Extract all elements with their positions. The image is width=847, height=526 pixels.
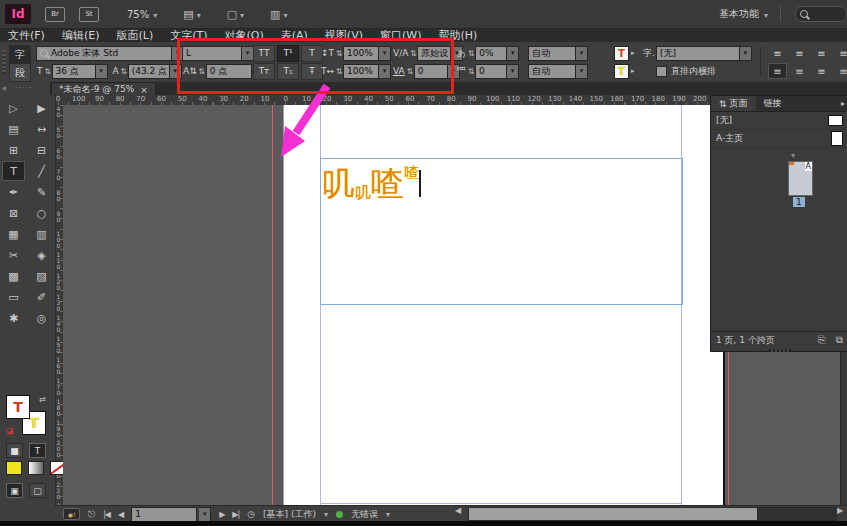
align-center-button[interactable] bbox=[790, 45, 809, 61]
grid-count-field[interactable]: 0 bbox=[475, 64, 507, 79]
note-tool[interactable]: ▭ bbox=[2, 287, 25, 307]
first-page-button[interactable]: |◀ bbox=[103, 510, 110, 519]
workspace-switcher[interactable]: 基本功能 bbox=[719, 7, 768, 21]
justify-all-button[interactable] bbox=[834, 63, 847, 79]
subscript-button[interactable]: T₁ bbox=[277, 63, 299, 80]
justify-center-button[interactable] bbox=[790, 63, 809, 79]
vertical-scale-stepper[interactable] bbox=[335, 49, 343, 58]
horizontal-grid-tool[interactable]: ▦ bbox=[2, 224, 25, 244]
grid-count-dropdown[interactable] bbox=[507, 64, 519, 79]
font-size-field[interactable]: 36 点 bbox=[52, 64, 96, 79]
document-tab[interactable]: *未命名-9 @ 75% × bbox=[51, 82, 156, 96]
tracking-stepper[interactable] bbox=[406, 67, 414, 76]
leading-dropdown[interactable] bbox=[170, 64, 182, 79]
proportional-spacing-stepper[interactable] bbox=[467, 49, 475, 58]
horizontal-scale-dropdown[interactable] bbox=[379, 64, 391, 79]
scroll-right-arrow[interactable]: ▶ bbox=[837, 506, 843, 515]
baseline-shift-field[interactable]: 0 点 bbox=[206, 64, 252, 79]
leading-field[interactable]: (43.2 点 bbox=[128, 64, 170, 79]
default-fill-stroke-icon[interactable]: ◪ bbox=[6, 426, 14, 435]
flyout-arrow-icon[interactable]: ▸ bbox=[631, 67, 635, 75]
vertical-scale-dropdown[interactable] bbox=[379, 46, 391, 61]
close-icon[interactable]: × bbox=[140, 85, 148, 95]
tab-links[interactable]: 链接 bbox=[756, 96, 790, 111]
horizontal-scrollbar-thumb[interactable] bbox=[468, 507, 759, 521]
horizontal-scale-field[interactable]: 100% bbox=[343, 64, 379, 79]
gap-tool[interactable]: ↔ bbox=[30, 119, 53, 139]
tracking-field[interactable]: 0 bbox=[414, 64, 448, 79]
kerning-field[interactable]: 原始设 bbox=[417, 46, 451, 61]
next-page-button[interactable]: ▶ bbox=[219, 510, 224, 519]
type-tool[interactable]: T bbox=[2, 161, 25, 181]
rectangle-frame-tool[interactable]: ⊠ bbox=[2, 203, 25, 223]
text-frame-content[interactable]: 叽叽喳喳 bbox=[322, 162, 421, 207]
paragraph-formatting-button[interactable]: 段 bbox=[9, 63, 31, 82]
master-none-row[interactable]: [无] bbox=[711, 112, 847, 130]
character-formatting-button[interactable]: 字 bbox=[9, 45, 31, 64]
grid-count-stepper[interactable] bbox=[467, 67, 475, 76]
font-family-field[interactable]: Adobe 宋体 Std bbox=[36, 46, 172, 61]
ellipse-tool[interactable]: ○ bbox=[30, 203, 53, 223]
tab-pages[interactable]: ⇅ 页面 bbox=[711, 96, 756, 111]
character-style-field[interactable]: [无] bbox=[656, 46, 740, 61]
page-thumbnail[interactable]: A bbox=[788, 161, 813, 196]
bridge-button[interactable]: Br bbox=[45, 7, 65, 22]
scissors-tool[interactable]: ✂ bbox=[2, 245, 25, 265]
menu-item-L[interactable]: 版面(L) bbox=[116, 28, 153, 43]
menu-item-E[interactable]: 编辑(E) bbox=[62, 28, 100, 43]
small-caps-button[interactable]: Tᴛ bbox=[253, 63, 275, 80]
normal-view-mode-button[interactable]: ▣ bbox=[6, 483, 23, 498]
align-right-button[interactable] bbox=[812, 45, 831, 61]
edit-page-size-icon[interactable]: ⎘ bbox=[818, 334, 826, 346]
character-fill-color-button[interactable]: T bbox=[614, 46, 629, 61]
free-transform-tool[interactable]: ◈ bbox=[30, 245, 53, 265]
align-left-button[interactable] bbox=[768, 45, 787, 61]
toolbar-header[interactable]: « ····· bbox=[0, 82, 50, 95]
character-style-dropdown[interactable] bbox=[740, 46, 752, 61]
page-number-field[interactable]: 1 bbox=[131, 507, 197, 522]
horizontal-scrollbar-track[interactable] bbox=[757, 507, 837, 521]
font-size-stepper[interactable] bbox=[44, 67, 52, 76]
kinsoku-field[interactable]: 自动 bbox=[528, 46, 576, 61]
justify-left-button[interactable] bbox=[768, 63, 787, 79]
justify-right-button[interactable] bbox=[812, 63, 831, 79]
new-page-icon[interactable]: ⧉ bbox=[836, 334, 843, 346]
menu-item-W[interactable]: 窗口(W) bbox=[380, 28, 421, 43]
flyout-arrow-icon[interactable]: ▸ bbox=[631, 49, 635, 57]
page-tool[interactable]: ▤ bbox=[2, 119, 25, 139]
preview-mode-button[interactable]: ▢ bbox=[29, 483, 46, 498]
leading-stepper[interactable] bbox=[120, 67, 128, 76]
stock-button[interactable]: St bbox=[79, 7, 99, 22]
line-tool[interactable]: ╱ bbox=[30, 161, 53, 181]
page-number-dropdown[interactable] bbox=[199, 507, 211, 522]
pages-list[interactable]: ▾ A 1 bbox=[711, 148, 847, 332]
align-justify-left-button[interactable] bbox=[834, 45, 847, 61]
page-number-label[interactable]: 1 bbox=[793, 197, 805, 207]
pencil-tool[interactable]: ✎ bbox=[30, 182, 53, 202]
formatting-affects-container-button[interactable]: ■ bbox=[6, 443, 23, 458]
panel-grip[interactable] bbox=[2, 50, 6, 74]
last-page-button[interactable]: ▶| bbox=[232, 510, 239, 519]
kerning-stepper[interactable] bbox=[409, 49, 417, 58]
screen-mode-dropdown[interactable]: ▢ bbox=[227, 8, 244, 21]
preflight-clock-icon[interactable]: ◷ bbox=[247, 509, 255, 519]
horizontal-scale-stepper[interactable] bbox=[335, 67, 343, 76]
measure-tool[interactable]: ✐ bbox=[30, 287, 53, 307]
menu-item-A[interactable]: 表(A) bbox=[281, 28, 308, 43]
menu-item-T[interactable]: 文字(T) bbox=[170, 28, 207, 43]
zoom-tool[interactable]: ◎ bbox=[30, 308, 53, 328]
swap-fill-stroke-icon[interactable]: ⇄ bbox=[39, 395, 46, 404]
chevron-down-icon[interactable] bbox=[324, 510, 328, 519]
master-a-row[interactable]: A-主页 bbox=[711, 130, 847, 148]
gradient-swatch-tool[interactable]: ▩ bbox=[2, 266, 25, 286]
spread-caret-icon[interactable]: ▾ bbox=[791, 151, 795, 160]
vertical-scale-field[interactable]: 100% bbox=[343, 46, 379, 61]
kinsoku-dropdown[interactable] bbox=[576, 46, 588, 61]
scroll-left-arrow[interactable]: ◀ bbox=[455, 506, 461, 515]
direct-selection-tool[interactable]: ▶ bbox=[30, 98, 53, 118]
previous-page-button[interactable]: ◀ bbox=[118, 510, 123, 519]
mojikumi-field[interactable]: 自动 bbox=[528, 64, 576, 79]
character-stroke-color-button[interactable]: T bbox=[614, 64, 629, 79]
vertical-grid-tool[interactable]: ▥ bbox=[30, 224, 53, 244]
selection-tool[interactable]: ▷ bbox=[2, 98, 25, 118]
